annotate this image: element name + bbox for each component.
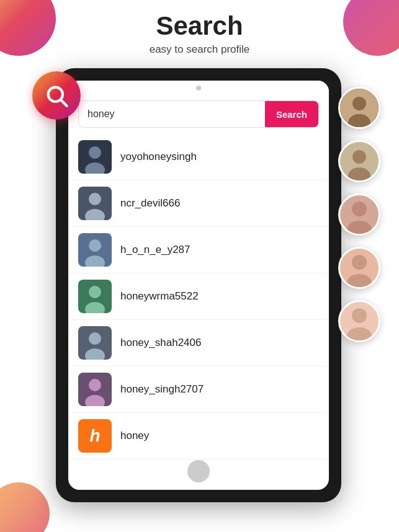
search-bar-container: honey Search [68, 95, 329, 134]
floating-avatar [338, 140, 380, 182]
list-item[interactable]: honey_singh2707 [68, 366, 329, 413]
svg-line-1 [61, 100, 67, 106]
blob-bottom-left [0, 482, 50, 532]
list-item[interactable]: honeywrma5522 [68, 273, 329, 320]
floating-profiles [338, 87, 380, 342]
search-icon-circle [32, 71, 81, 120]
avatar [78, 373, 112, 406]
list-item[interactable]: yoyohoneysingh [68, 134, 329, 180]
list-item[interactable]: h_o_n_e_y287 [68, 227, 329, 273]
username: h_o_n_e_y287 [120, 244, 191, 256]
tablet-top-bar [68, 81, 329, 95]
list-item[interactable]: h honey [68, 413, 329, 459]
username: honey_shah2406 [120, 337, 201, 349]
header-section: Search easy to search profile [0, 11, 399, 56]
svg-point-18 [89, 379, 101, 391]
username: honey [120, 430, 149, 442]
avatar: h [78, 419, 112, 453]
avatar [78, 233, 112, 267]
search-button[interactable]: Search [265, 101, 318, 127]
page-title: Search [0, 11, 399, 41]
svg-point-27 [352, 202, 367, 216]
avatar [78, 187, 112, 220]
floating-avatar [338, 247, 380, 289]
svg-point-24 [352, 150, 366, 164]
tablet-camera [196, 86, 201, 91]
svg-point-3 [89, 146, 101, 159]
avatar [78, 280, 112, 313]
username: honeywrma5522 [120, 290, 199, 303]
username: ncr_devil666 [120, 197, 180, 210]
search-bar: honey Search [78, 100, 319, 128]
search-query-display[interactable]: honey [79, 109, 265, 120]
svg-point-12 [89, 286, 101, 298]
avatar [78, 140, 112, 174]
search-icon [44, 83, 69, 108]
floating-avatar [338, 87, 380, 129]
list-item[interactable]: ncr_devil666 [68, 180, 329, 227]
tablet-device: honey Search yoyohoneysingh [56, 68, 341, 502]
tablet-home-button[interactable] [187, 460, 210, 482]
svg-point-15 [89, 332, 101, 345]
svg-point-9 [89, 239, 101, 252]
svg-point-33 [352, 308, 367, 323]
user-list: yoyohoneysingh ncr_devil666 [68, 134, 329, 459]
floating-avatar [338, 193, 380, 236]
username: yoyohoneysingh [120, 151, 197, 163]
svg-point-30 [352, 255, 367, 270]
list-item[interactable]: honey_shah2406 [68, 320, 329, 366]
avatar [78, 326, 112, 360]
page-subtitle: easy to search profile [0, 43, 399, 56]
username: honey_singh2707 [120, 383, 204, 396]
svg-point-21 [352, 97, 366, 110]
tablet-screen: honey Search yoyohoneysingh [68, 81, 329, 490]
svg-point-6 [89, 193, 101, 205]
floating-avatar [338, 300, 380, 342]
